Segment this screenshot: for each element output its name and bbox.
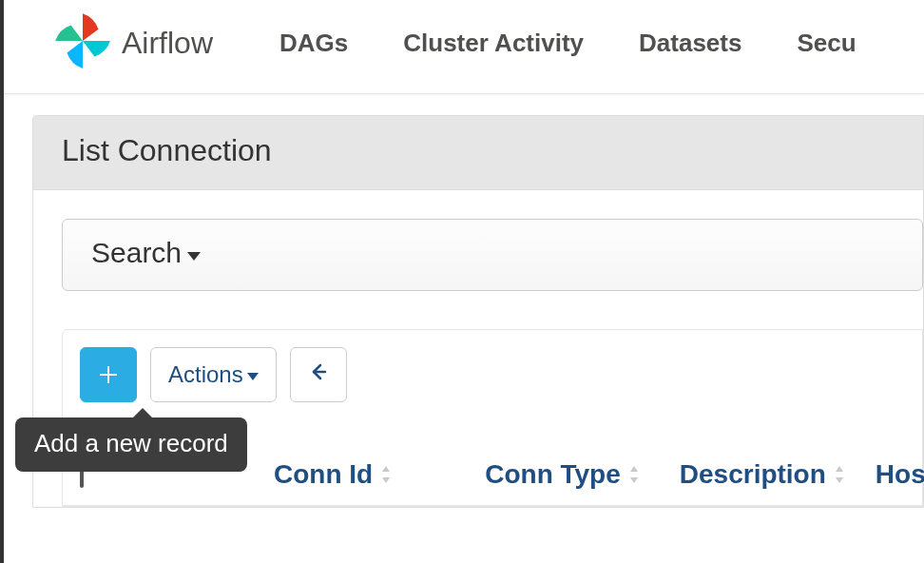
brand[interactable]: Airflow	[51, 10, 213, 76]
nav-security[interactable]: Secu	[797, 29, 856, 58]
actions-label: Actions	[168, 361, 243, 388]
nav-cluster-activity[interactable]: Cluster Activity	[403, 29, 584, 58]
column-conn-id[interactable]: Conn Id	[274, 459, 394, 490]
search-label: Search	[91, 237, 182, 269]
page: List Connection Search Actions	[4, 115, 924, 508]
nav-links: DAGs Cluster Activity Datasets Secu	[279, 29, 857, 58]
sort-icon	[378, 464, 394, 485]
caret-down-icon	[247, 373, 259, 380]
search-dropdown[interactable]: Search	[62, 219, 923, 291]
table-toolbar-wrap: Actions Add a new record	[62, 329, 923, 507]
column-label: Description	[680, 459, 826, 490]
sort-icon	[832, 464, 847, 485]
nav-dags[interactable]: DAGs	[279, 29, 348, 58]
column-description[interactable]: Description	[680, 459, 847, 490]
panel-body: Search Actions	[33, 190, 923, 507]
column-host[interactable]: Hos	[876, 459, 924, 490]
table-toolbar: Actions	[80, 347, 922, 402]
brand-name: Airflow	[122, 26, 213, 61]
nav-datasets[interactable]: Datasets	[639, 29, 741, 58]
add-record-tooltip: Add a new record	[15, 417, 247, 472]
sort-icon	[626, 464, 642, 485]
column-conn-type[interactable]: Conn Type	[485, 459, 642, 490]
arrow-left-icon	[307, 360, 330, 389]
top-navbar: Airflow DAGs Cluster Activity Datasets S…	[4, 0, 924, 94]
page-title: List Connection	[33, 116, 923, 190]
table-columns: Conn Id Conn Type Descript	[274, 459, 924, 490]
reset-filters-button[interactable]	[290, 347, 347, 402]
column-label: Hos	[876, 459, 924, 490]
list-connection-panel: List Connection Search Actions	[32, 115, 924, 508]
airflow-logo-icon	[51, 10, 114, 76]
plus-icon	[97, 363, 120, 386]
caret-down-icon	[187, 252, 201, 261]
add-record-button[interactable]	[80, 347, 137, 402]
column-label: Conn Id	[274, 459, 373, 490]
actions-dropdown[interactable]: Actions	[150, 347, 277, 402]
column-label: Conn Type	[485, 459, 621, 490]
table-divider	[63, 505, 922, 506]
